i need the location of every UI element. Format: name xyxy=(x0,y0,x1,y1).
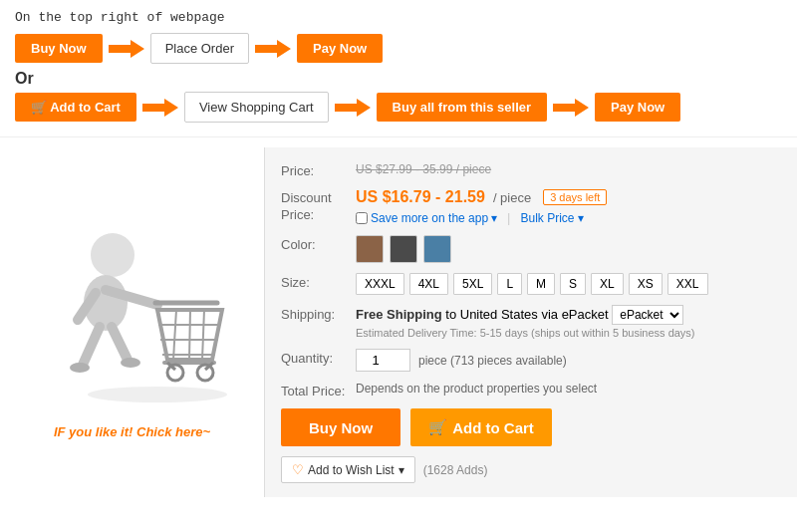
total-price-row: Total Price: Depends on the product prop… xyxy=(281,382,781,399)
shipping-method-select[interactable]: ePacket xyxy=(612,305,683,325)
svg-marker-3 xyxy=(335,99,371,117)
pay-now-button-flow2[interactable]: Pay Now xyxy=(595,93,680,122)
size-xl[interactable]: XL xyxy=(591,273,624,295)
arrow-icon-1 xyxy=(109,38,144,60)
color-row: Color: xyxy=(281,235,781,263)
wish-list-button[interactable]: ♡ Add to Wish List ▾ xyxy=(281,456,415,483)
top-section: On the top right of webpage Buy Now Plac… xyxy=(0,0,797,136)
product-details: Price: US $27.99 - 35.99 / piece Discoun… xyxy=(264,147,797,497)
heart-icon: ♡ xyxy=(292,462,304,477)
add-to-cart-button-main[interactable]: 🛒 Add to Cart xyxy=(410,408,552,446)
place-order-button[interactable]: Place Order xyxy=(150,33,249,64)
add-to-cart-button-top[interactable]: 🛒 Add to Cart xyxy=(15,93,136,122)
size-xxxl[interactable]: XXXL xyxy=(356,273,404,295)
save-row: Save more on the app ▾ | Bulk Price ▾ xyxy=(356,210,781,225)
svg-marker-4 xyxy=(553,99,589,117)
quantity-value-area: piece (713 pieces available) xyxy=(356,349,781,372)
quantity-input[interactable] xyxy=(356,349,410,372)
flow-row-1: Buy Now Place Order Pay Now xyxy=(15,33,782,64)
save-app-checkbox[interactable] xyxy=(356,212,368,224)
size-5xl[interactable]: 5XL xyxy=(453,273,492,295)
size-options: XXXL 4XL 5XL L M S XL XS XXL xyxy=(356,273,781,295)
price-value: US $27.99 - 35.99 / piece xyxy=(356,161,781,176)
svg-point-26 xyxy=(88,387,227,402)
arrow-icon-4 xyxy=(335,97,371,119)
price-row: Price: US $27.99 - 35.99 / piece xyxy=(281,161,781,178)
chevron-down-icon-wish: ▾ xyxy=(398,463,404,477)
free-shipping-text: Free Shipping xyxy=(356,307,442,322)
delivery-time-text: Estimated Delivery Time: 5-15 days (ship… xyxy=(356,327,781,339)
shipping-info: Free Shipping to United States via ePack… xyxy=(356,305,781,339)
size-s[interactable]: S xyxy=(560,273,586,295)
days-left-badge: 3 days left xyxy=(543,189,607,205)
bulk-price-link[interactable]: Bulk Price ▾ xyxy=(520,211,583,225)
svg-line-9 xyxy=(83,327,100,365)
color-swatch-brown[interactable] xyxy=(356,235,384,263)
svg-line-10 xyxy=(112,327,128,360)
pieces-info: piece (713 pieces available) xyxy=(418,354,567,368)
action-buttons: Buy Now 🛒 Add to Cart xyxy=(281,408,781,446)
total-price-label: Total Price: xyxy=(281,382,356,399)
discount-value: US $16.79 - 21.59 / piece 3 days left Sa… xyxy=(356,188,781,225)
cart-icon-top: 🛒 xyxy=(31,100,47,115)
svg-marker-1 xyxy=(255,40,291,58)
original-price: US $27.99 - 35.99 / piece xyxy=(356,162,491,176)
shipping-row: Shipping: Free Shipping to United States… xyxy=(281,305,781,339)
wish-count: (1628 Adds) xyxy=(423,463,488,477)
total-price-value: Depends on the product properties you se… xyxy=(356,382,781,396)
instruction-text: On the top right of webpage xyxy=(15,10,782,25)
price-per-unit: / piece xyxy=(493,190,531,205)
size-xs[interactable]: XS xyxy=(629,273,663,295)
chevron-down-icon-bulk: ▾ xyxy=(578,211,584,225)
buy-now-button-top[interactable]: Buy Now xyxy=(15,34,103,63)
price-label: Price: xyxy=(281,161,356,178)
color-swatches xyxy=(356,235,781,263)
chevron-down-icon: ▾ xyxy=(491,211,497,225)
arrow-icon-5 xyxy=(553,97,589,119)
svg-point-23 xyxy=(197,365,213,381)
size-l[interactable]: L xyxy=(497,273,522,295)
size-label: Size: xyxy=(281,273,356,290)
shipping-main: Free Shipping to United States via ePack… xyxy=(356,305,781,325)
svg-line-16 xyxy=(189,310,190,360)
svg-line-17 xyxy=(202,310,204,360)
color-swatch-dark[interactable] xyxy=(390,235,417,263)
product-image-area: IF you like it! Chick here~ xyxy=(0,147,264,497)
pay-now-button-top[interactable]: Pay Now xyxy=(297,34,383,63)
size-xxl[interactable]: XXL xyxy=(667,273,708,295)
size-row: Size: XXXL 4XL 5XL L M S XL XS XXL xyxy=(281,273,781,295)
main-product-section: IF you like it! Chick here~ Price: US $2… xyxy=(0,136,797,507)
arrow-icon-2 xyxy=(255,38,291,60)
svg-point-11 xyxy=(121,358,140,368)
quantity-row: Quantity: piece (713 pieces available) xyxy=(281,349,781,372)
buy-now-button-main[interactable]: Buy Now xyxy=(281,408,400,446)
svg-marker-0 xyxy=(109,40,144,58)
save-app-link[interactable]: Save more on the app ▾ xyxy=(356,211,497,225)
discount-row: DiscountPrice: US $16.79 - 21.59 / piece… xyxy=(281,188,781,225)
svg-marker-2 xyxy=(142,99,178,117)
size-4xl[interactable]: 4XL xyxy=(409,273,448,295)
discount-label: DiscountPrice: xyxy=(281,188,356,224)
if-you-like-text: IF you like it! Chick here~ xyxy=(54,424,210,439)
or-label: Or xyxy=(15,70,782,88)
svg-point-5 xyxy=(91,233,134,277)
color-label: Color: xyxy=(281,235,356,252)
svg-point-12 xyxy=(70,363,90,373)
arrow-icon-3 xyxy=(142,97,178,119)
shipping-via-text: to United States via ePacket xyxy=(445,307,608,322)
discount-price: US $16.79 - 21.59 xyxy=(356,188,485,206)
size-m[interactable]: M xyxy=(527,273,555,295)
shipping-label: Shipping: xyxy=(281,305,356,322)
color-swatch-blue[interactable] xyxy=(423,235,451,263)
buy-all-from-seller-button[interactable]: Buy all from this seller xyxy=(377,93,547,122)
cart-icon-main: 🛒 xyxy=(428,418,447,436)
product-image xyxy=(28,205,237,414)
quantity-label: Quantity: xyxy=(281,349,356,366)
flow-row-2: 🛒 Add to Cart View Shopping Cart Buy all… xyxy=(15,92,782,123)
wish-row: ♡ Add to Wish List ▾ (1628 Adds) xyxy=(281,456,781,483)
svg-line-15 xyxy=(173,310,176,360)
svg-point-22 xyxy=(167,365,183,381)
view-shopping-cart-button[interactable]: View Shopping Cart xyxy=(184,92,329,123)
